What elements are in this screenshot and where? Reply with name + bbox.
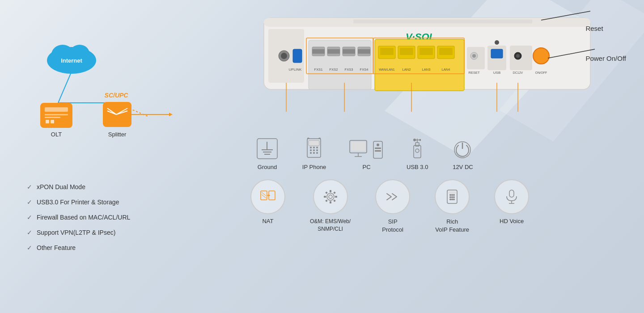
svg-rect-53 — [400, 48, 413, 55]
svg-point-115 — [415, 149, 419, 152]
svg-point-92 — [313, 147, 315, 148]
feature-other: ✓ Other Feature — [27, 244, 130, 251]
svg-text:FXS3: FXS3 — [345, 68, 353, 72]
svg-text:FXS4: FXS4 — [360, 68, 369, 72]
svg-text:OLT: OLT — [51, 131, 62, 138]
network-diagram: Internet OLT — [27, 36, 197, 161]
sip-circle — [375, 179, 410, 214]
nat-icon — [258, 187, 277, 206]
nat-label: NAT — [262, 218, 273, 224]
svg-point-99 — [316, 152, 318, 154]
reset-label: Reset — [585, 25, 626, 32]
voip-icon — [443, 187, 462, 206]
svg-rect-8 — [45, 107, 68, 112]
oam-gear-icon — [321, 187, 340, 206]
svg-point-139 — [451, 196, 453, 198]
sip-label: SIPProtocol — [382, 218, 403, 234]
svg-text:DC12V: DC12V — [513, 71, 523, 74]
feature-icon-voip: RichVoIP Feature — [435, 179, 470, 234]
svg-rect-108 — [375, 150, 381, 152]
check-icon: ✓ — [27, 183, 32, 190]
feature-icon-hd-voice: HD Voice — [494, 179, 529, 224]
svg-point-68 — [495, 40, 499, 45]
svg-rect-144 — [449, 191, 456, 194]
usb-icon — [407, 136, 428, 161]
ground-icon — [255, 136, 280, 161]
ip-phone-label: IP Phone — [302, 164, 326, 170]
feature-icons-row: NAT — [224, 179, 617, 234]
port-icon-pc: PC — [349, 140, 384, 170]
svg-rect-9 — [45, 114, 68, 115]
features-list: ✓ xPON Dual Mode ✓ USB3.0 For Printer & … — [27, 183, 130, 259]
svg-point-142 — [451, 199, 453, 200]
svg-rect-129 — [335, 196, 337, 198]
hd-voice-icon — [502, 187, 521, 206]
pc-tower-icon — [372, 140, 384, 161]
feature-vpn: ✓ Support VPN(L2TP & IPsec) — [27, 229, 130, 236]
pc-monitor-icon — [349, 140, 369, 161]
svg-point-72 — [516, 54, 520, 58]
svg-point-124 — [327, 193, 334, 200]
svg-rect-126 — [330, 190, 331, 192]
svg-rect-34 — [293, 49, 302, 63]
check-icon: ✓ — [27, 199, 32, 206]
feature-usb3: ✓ USB3.0 For Printer & Storage — [27, 199, 130, 206]
ground-label: Ground — [258, 164, 277, 170]
dc-label: 12V DC — [453, 164, 473, 170]
svg-rect-11 — [46, 120, 49, 123]
svg-point-125 — [329, 195, 332, 199]
svg-rect-145 — [509, 190, 514, 197]
svg-point-113 — [413, 139, 416, 141]
svg-rect-102 — [351, 142, 365, 151]
svg-rect-100 — [309, 140, 319, 146]
main-container: Internet OLT — [0, 0, 644, 313]
svg-text:FXS1: FXS1 — [314, 68, 323, 72]
svg-rect-42 — [343, 49, 355, 54]
svg-text:Splitter: Splitter — [108, 131, 127, 138]
hd-voice-circle — [494, 179, 529, 214]
svg-point-93 — [316, 147, 318, 148]
usb-label: USB 3.0 — [407, 164, 428, 170]
svg-point-138 — [449, 196, 451, 198]
voip-circle — [435, 179, 470, 214]
svg-text:ON/OFF: ON/OFF — [535, 71, 547, 74]
check-icon: ✓ — [27, 244, 32, 251]
svg-point-141 — [449, 199, 451, 200]
pc-label: PC — [362, 164, 370, 170]
svg-rect-114 — [419, 139, 421, 141]
svg-rect-57 — [439, 48, 453, 55]
power-label: Power On/Off — [585, 55, 626, 62]
svg-rect-107 — [375, 148, 381, 149]
svg-rect-44 — [358, 49, 370, 54]
svg-point-137 — [453, 194, 455, 196]
svg-rect-12 — [51, 120, 54, 123]
svg-text:LAN2: LAN2 — [402, 68, 411, 72]
nat-circle — [250, 179, 285, 214]
port-icons-row: Ground — [224, 136, 617, 170]
svg-rect-51 — [380, 48, 394, 55]
svg-text:SC/UPC: SC/UPC — [105, 92, 129, 99]
svg-rect-40 — [327, 49, 340, 54]
svg-line-4 — [58, 72, 72, 103]
right-panel: V·SOL UPLINK FXS1 FXS2 — [197, 0, 644, 313]
feature-firewall-text: Firewall Based on MAC/ACL/URL — [37, 214, 130, 221]
svg-point-64 — [472, 54, 476, 58]
svg-point-143 — [453, 199, 455, 200]
feature-vpn-text: Support VPN(L2TP & IPsec) — [37, 229, 115, 236]
svg-point-97 — [310, 152, 312, 154]
svg-rect-127 — [330, 201, 331, 203]
svg-rect-110 — [415, 143, 419, 146]
device-right-labels: Reset Power On/Off — [585, 25, 626, 62]
ip-phone-icon — [302, 136, 326, 161]
feature-xpon: ✓ xPON Dual Mode — [27, 183, 130, 190]
oam-label: O&M: EMS/Web/SNMP/CLI — [310, 218, 351, 233]
svg-text:LAN4: LAN4 — [442, 68, 450, 72]
oam-circle — [313, 179, 348, 214]
svg-point-98 — [313, 152, 315, 154]
feature-usb3-text: USB3.0 For Printer & Storage — [37, 199, 119, 206]
svg-rect-131 — [333, 191, 336, 194]
svg-point-91 — [310, 147, 312, 148]
feature-firewall: ✓ Firewall Based on MAC/ACL/URL — [27, 214, 130, 221]
svg-point-74 — [533, 48, 549, 64]
feature-icon-oam: O&M: EMS/Web/SNMP/CLI — [310, 179, 351, 233]
